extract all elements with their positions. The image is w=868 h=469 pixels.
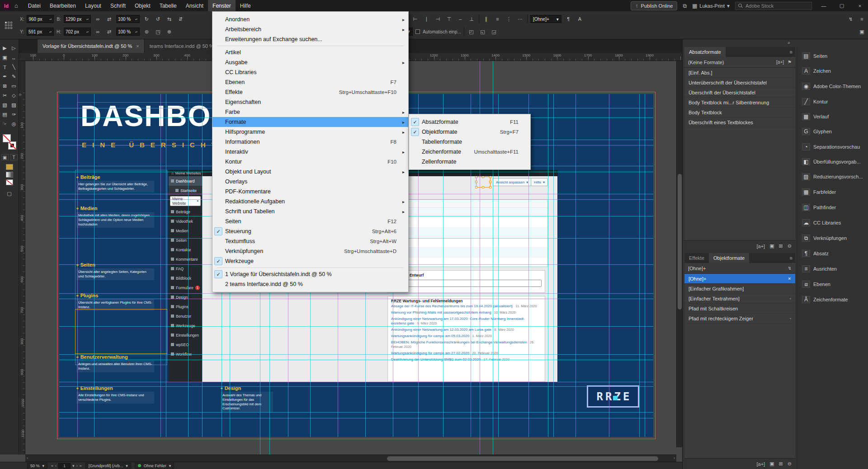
object-style-combo[interactable]: [Ohne]+▾ (530, 15, 561, 23)
select-content-icon[interactable]: ⊕ (165, 28, 174, 36)
align-right-icon[interactable]: ⊣ (434, 15, 442, 23)
clear-overrides-icon[interactable]: [a+] (757, 244, 765, 249)
menubar-item[interactable]: Fenster (208, 0, 236, 11)
menu-item[interactable]: ✓ 2 teams Interface.indd @ 50 % ▸ (212, 279, 408, 289)
menu-item[interactable]: ✓ ▸ (212, 266, 408, 269)
paragraph-style-row[interactable]: [Einf. Abs.] (684, 68, 795, 78)
menu-item[interactable]: ✓ Effekte Strg+Umschalttaste+F10 ▸ (212, 87, 408, 97)
frame-tool[interactable]: ⊠ (0, 81, 9, 91)
menu-item[interactable]: ✓ Objektformate Strg+F7 (409, 127, 530, 137)
menu-item[interactable]: ✓ PDF-Kommentare ▸ (212, 187, 408, 197)
menu-item[interactable]: ✓ Textumfluss Strg+Alt+W ▸ (212, 236, 408, 246)
quick-apply-icon[interactable]: ↯ (788, 266, 792, 271)
pencil-tool[interactable]: ✎ (9, 72, 19, 81)
hand-tool[interactable]: ☞ (0, 119, 9, 129)
fill-stroke-control[interactable] (3, 134, 16, 150)
page-tool[interactable]: ▣ (0, 53, 9, 62)
menu-item[interactable]: ✓ Eigenschaften ▸ (212, 97, 408, 107)
pin-icon[interactable]: ⚑ (788, 60, 792, 65)
reference-point-locator[interactable] (4, 20, 14, 30)
publish-online-button[interactable]: ↑ Publish Online (631, 1, 677, 10)
distribute-icon-4[interactable]: ⋯ (516, 15, 524, 23)
tab-objektformate[interactable]: Objektformate (709, 253, 749, 263)
flip-vertical-icon[interactable]: ⇵ (176, 15, 185, 23)
preflight-profile-combo[interactable]: [Grundprofil] (Arb...▾ (85, 463, 131, 469)
quick-apply-icon[interactable]: ↯ (846, 15, 855, 23)
selection-tool[interactable]: ▶ (0, 43, 9, 53)
corner-options-icon[interactable]: ⊚ (142, 28, 151, 36)
align-middle-icon[interactable]: – (456, 15, 465, 23)
panel-pathfinder[interactable]: ◫ Pathfinder (797, 202, 868, 213)
paragraph-style-row[interactable]: Überschrift eines Textblockes (684, 117, 795, 127)
swap-icon[interactable]: ⇄ (105, 15, 113, 23)
constrain-proportions-icon[interactable]: ∞ (94, 15, 102, 23)
tab-effekte[interactable]: Effekte (684, 253, 709, 263)
character-icon[interactable]: A (576, 15, 584, 23)
scale-x-field[interactable]: 100 % (116, 15, 140, 23)
zoom-level-combo[interactable]: 50 %▾ (27, 463, 47, 469)
paragraph-style-row[interactable]: Überschrift der Übersichtstafel (684, 88, 795, 98)
page-dropdown-icon[interactable]: ▾ (72, 464, 75, 468)
panel-absatz[interactable]: ¶ Absatz (797, 248, 868, 259)
menu-item[interactable]: ✓ Redaktionelle Aufgaben ▸ (212, 197, 408, 206)
new-style-group-icon[interactable]: ▣ (769, 243, 774, 249)
object-style-row[interactable]: Pfad mit Schaltkreisen (684, 304, 795, 314)
panel-menu-icon[interactable]: ≡ (787, 253, 795, 263)
width-field[interactable]: 1290 px (64, 15, 91, 23)
horizontal-scrollbar[interactable]: ‹ › (25, 455, 676, 462)
new-style-icon[interactable]: ⊞ (779, 243, 783, 249)
snap-icon[interactable]: ▣ (858, 28, 866, 36)
apply-none-button[interactable] (6, 179, 13, 185)
free-transform-tool[interactable]: ◇ (9, 91, 19, 100)
workspace-switcher[interactable]: ▦ Lukas-Print ▾ (692, 3, 730, 9)
paragraph-style-row[interactable]: Body Textblock mi...r Silbentrennung (684, 98, 795, 108)
scale-y-field[interactable]: 100 % (116, 28, 140, 36)
menubar-item[interactable]: Ansicht (181, 0, 208, 11)
apply-gradient-button[interactable] (6, 172, 13, 178)
menu-item[interactable]: ✓ Anordnen ▸ (212, 14, 408, 24)
menubar-item[interactable]: Layout (80, 0, 106, 11)
new-style-icon[interactable]: ⊞ (779, 461, 783, 467)
menu-item[interactable]: ✓ Tabellenformate (409, 137, 530, 147)
panel-menu-icon[interactable]: ≡ (787, 47, 795, 57)
preflight-status-combo[interactable]: Ohne Fehler▾ (135, 463, 175, 469)
menu-item[interactable]: ✓ ▸ (212, 44, 408, 47)
gap-tool[interactable]: ↔ (9, 53, 19, 62)
menu-item[interactable]: ✓ Objekt und Layout ▸ (212, 167, 408, 177)
vertical-scrollbar[interactable] (676, 61, 682, 447)
menu-item[interactable]: ✓ Zeichenformate Umschalttaste+F11 (409, 147, 530, 157)
menu-item[interactable]: ✓ Hilfsprogramme ▸ (212, 127, 408, 137)
selection-frame[interactable] (476, 177, 491, 188)
menubar-item[interactable]: Objekt (130, 0, 155, 11)
tab-absatzformate[interactable]: Absatzformate (684, 47, 726, 57)
panel-ueberfuellungsvorgaben[interactable]: ◧ Überfüllungsvorgab... (797, 156, 868, 167)
menu-item[interactable]: ✓ Farbe ▸ (212, 107, 408, 117)
menubar-item[interactable]: Tabelle (155, 0, 181, 11)
menu-item[interactable]: ✓ Ausgabe ▸ (212, 57, 408, 67)
last-page-button[interactable]: » (80, 464, 82, 468)
panel-glyphen[interactable]: G Glyphen (797, 126, 868, 137)
rectangle-tool[interactable]: ▭ (9, 81, 19, 91)
line-tool[interactable]: ╲ (9, 62, 19, 72)
type-tool[interactable]: T (0, 62, 9, 72)
close-button[interactable]: × (854, 3, 866, 9)
object-style-row[interactable]: [Ohne]+ (684, 274, 795, 284)
panel-farbfelder[interactable]: ▦ Farbfelder (797, 187, 868, 197)
panel-seiten[interactable]: ▤ Seiten (797, 51, 868, 61)
align-bottom-icon[interactable]: ⊥ (467, 15, 476, 23)
select-container-icon[interactable]: ◳ (154, 28, 162, 36)
panel-zeichenformate[interactable]: Å Zeichenformate (797, 294, 868, 305)
autofit-checkbox[interactable] (415, 29, 420, 34)
menu-item[interactable]: ✓ Erweiterungen auf Exchange suchen... ▸ (212, 34, 408, 44)
menu-item[interactable]: ✓ Werkzeuge ▸ (212, 256, 408, 266)
menu-item[interactable]: ✓ Zellenformate (409, 157, 530, 167)
eyedropper-tool[interactable]: ✑ (9, 110, 19, 119)
delete-style-icon[interactable]: ⊖ (788, 461, 792, 467)
panel-verlauf[interactable]: ▩ Verlauf (797, 111, 868, 122)
panel-ebenen[interactable]: ⧈ Ebenen (797, 279, 868, 290)
panel-verknuepfungen[interactable]: ⧉ Verknüpfungen (797, 233, 868, 244)
menubar-item[interactable]: Datei (24, 0, 45, 11)
menu-item[interactable]: ✓ Absatzformate F11 (409, 117, 530, 127)
pen-tool[interactable]: ✒ (0, 72, 9, 81)
align-top-icon[interactable]: ⊤ (445, 15, 453, 23)
